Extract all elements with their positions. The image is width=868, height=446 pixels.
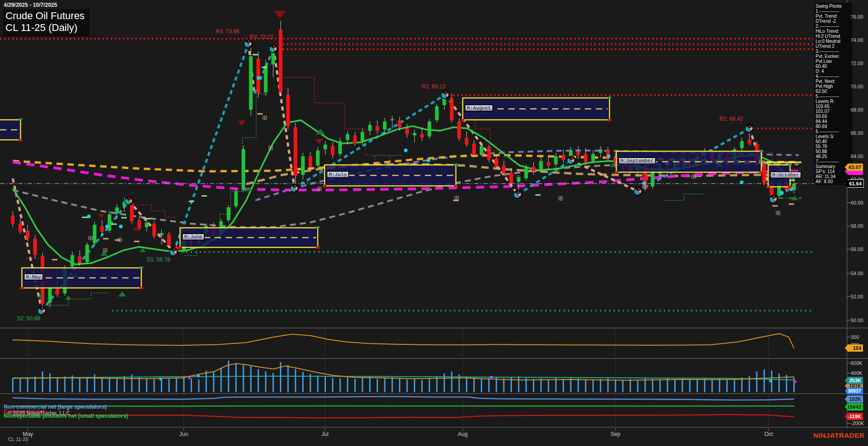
ib-label: IB — [454, 195, 459, 201]
up-arrow-icon — [65, 296, 72, 299]
price-axis-label: 52.00 — [851, 294, 863, 299]
price-axis-label: 58.00 — [851, 223, 863, 229]
ninjatrader-logo: NINJATRADER — [813, 431, 864, 439]
down-arrow-icon — [133, 228, 140, 231]
candle-body — [286, 95, 290, 126]
candle-body — [420, 134, 424, 138]
candle-body — [762, 164, 766, 183]
cyan-dot-icon — [427, 159, 430, 162]
price-axis-label: 70.00 — [851, 84, 863, 89]
panel2-marker-tag: 253K — [845, 377, 863, 384]
candle-body — [167, 234, 171, 246]
candle-body — [361, 132, 364, 142]
ib-label: IB — [691, 174, 696, 180]
cyan-dot-icon — [87, 215, 91, 218]
candle-body — [517, 177, 521, 182]
price-axis-label: 54.00 — [851, 271, 863, 276]
pivot-pie-red — [248, 41, 250, 42]
contract-period: CL 11-25 (Daily) — [5, 22, 85, 34]
ib-label: IB — [103, 247, 108, 254]
candle-body — [376, 126, 379, 131]
candle-body — [398, 120, 402, 127]
volume-dot-icon — [794, 380, 797, 383]
up-arrow-icon — [140, 248, 146, 252]
candle-body — [502, 165, 506, 174]
down-arrow-icon — [98, 214, 104, 218]
up-arrow-icon — [118, 292, 126, 297]
candle-body — [316, 150, 320, 165]
pivot-pie-red — [173, 249, 175, 251]
pivot-pie-red — [273, 46, 275, 47]
month-zone-label: M:September — [619, 158, 656, 164]
level-label: S2: 50.88 — [17, 315, 40, 322]
zone-corner-tick — [19, 118, 22, 120]
price-axis-label: 68.00 — [851, 107, 863, 113]
time-axis-label: May — [23, 431, 33, 437]
panel3-axis-label: -200K — [851, 420, 864, 426]
candle-body — [279, 30, 283, 92]
zone-corner-tick — [760, 150, 763, 152]
candle-body — [428, 122, 431, 137]
pivot-pie-red — [638, 188, 640, 190]
month-zone-label: M:July — [327, 171, 349, 178]
time-axis-label: Oct — [765, 431, 773, 437]
ib-label: IB — [117, 237, 122, 243]
month-zone-label: M:June — [182, 234, 204, 240]
volume-dot-icon — [491, 377, 494, 379]
price-axis-label: 72.00 — [851, 61, 863, 66]
zone-corner-tick — [316, 246, 320, 249]
zone-corner-tick — [454, 164, 458, 165]
level-label: R3: 73.21 — [250, 34, 274, 40]
zone-corner-tick — [19, 139, 22, 141]
fg-label: FG — [759, 159, 765, 164]
candle-body — [584, 154, 588, 162]
candle-body — [33, 239, 37, 255]
zone-corner-tick — [608, 119, 611, 121]
candle-body — [748, 140, 751, 144]
candle-body — [405, 128, 409, 134]
candle-body — [56, 289, 59, 295]
pivot-pie-red — [129, 198, 130, 200]
candle-body — [71, 255, 74, 267]
candle-body — [390, 119, 394, 120]
zone-corner-tick — [140, 267, 143, 268]
zone-corner-tick — [766, 186, 770, 188]
chart-canvas[interactable] — [0, 0, 868, 446]
level-label: R1: 66.42 — [719, 116, 743, 122]
price-axis-label: 74.00 — [851, 37, 863, 43]
candle-body — [309, 156, 312, 167]
month-zone-label: M:October — [770, 172, 801, 178]
zone-corner-tick — [788, 164, 792, 165]
red-stop-stair — [137, 205, 176, 217]
green-stop-stair — [46, 293, 110, 305]
ib-label: IB — [317, 186, 322, 192]
panel1-marker-tag: 154 — [845, 344, 863, 352]
candle-body — [137, 220, 141, 228]
month-zone-label: M:May — [24, 274, 43, 280]
candle-body — [338, 141, 342, 154]
candle-body — [160, 233, 163, 235]
candle-body — [413, 133, 416, 135]
down-arrow-icon — [274, 11, 286, 18]
time-axis-label: Sep — [610, 431, 620, 437]
salmon-swing-line — [274, 49, 294, 188]
candle-body — [599, 149, 602, 153]
candle-body — [78, 256, 82, 263]
pivot-pie-red — [773, 196, 775, 198]
time-axis-label: Jun — [179, 431, 188, 437]
candle-body — [234, 191, 238, 206]
candle-body — [85, 245, 89, 262]
price-axis-label: 64.00 — [851, 154, 863, 159]
green-stop-stair — [665, 194, 703, 200]
cyan-dot-icon — [780, 191, 784, 195]
zone-corner-tick — [20, 287, 24, 289]
zone-corner-tick — [178, 246, 182, 249]
candle-body — [509, 173, 513, 183]
zone-corner-tick — [140, 287, 143, 289]
down-arrow-icon — [315, 139, 323, 144]
candle-body — [480, 146, 483, 154]
pivot-pie-red — [41, 308, 43, 309]
salmon-swing-line — [13, 179, 42, 311]
level-label: R4: 73.66 — [216, 28, 239, 35]
candle-body — [465, 138, 469, 144]
